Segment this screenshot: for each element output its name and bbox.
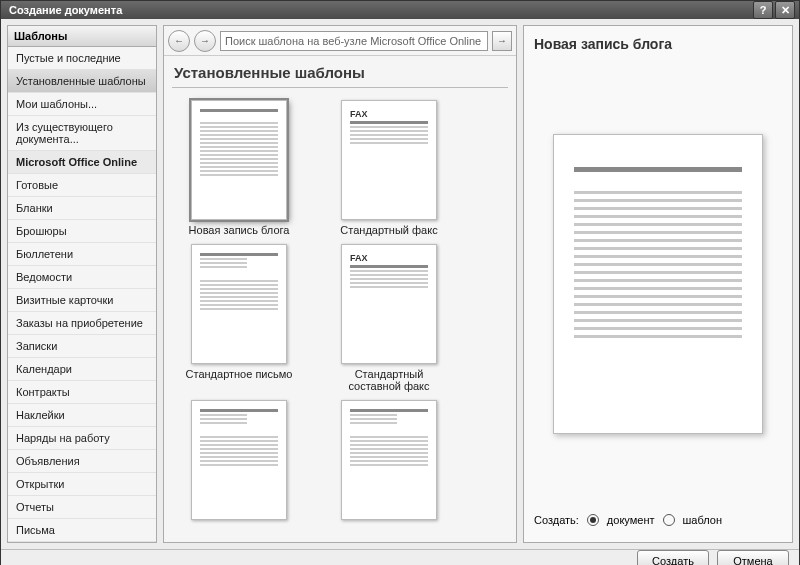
sidebar-item[interactable]: Пустые и последние	[8, 47, 156, 70]
create-label: Создать:	[534, 514, 579, 526]
forward-button[interactable]: →	[194, 30, 216, 52]
sidebar-item[interactable]: Установленные шаблоны	[8, 70, 156, 93]
content-area: Шаблоны Пустые и последниеУстановленные …	[1, 19, 799, 549]
template-label: Стандартный составной факс	[329, 368, 449, 392]
sidebar-item[interactable]: Бюллетени	[8, 243, 156, 266]
preview-panel: Новая запись блога Создать: документ шаб…	[523, 25, 793, 543]
template-item[interactable]: Стандартное письмо	[174, 244, 304, 392]
sidebar-item[interactable]: Контракты	[8, 381, 156, 404]
radio-document[interactable]	[587, 514, 599, 526]
template-item[interactable]	[174, 400, 304, 524]
template-item[interactable]	[324, 400, 454, 524]
dialog-window: Создание документа ? ✕ Шаблоны Пустые и …	[0, 0, 800, 565]
template-label: Новая запись блога	[189, 224, 290, 236]
preview-page	[553, 134, 763, 434]
template-item[interactable]: FAXСтандартный факс	[324, 100, 454, 236]
titlebar: Создание документа ? ✕	[1, 1, 799, 19]
template-thumbnail[interactable]	[191, 400, 287, 520]
preview-page-wrap	[534, 60, 782, 508]
sidebar-item[interactable]: Открытки	[8, 473, 156, 496]
footer: Создать Отмена	[1, 549, 799, 565]
sidebar-item[interactable]: Брошюры	[8, 220, 156, 243]
radio-template-label: шаблон	[683, 514, 722, 526]
sidebar-item[interactable]: Готовые	[8, 174, 156, 197]
create-radio-row: Создать: документ шаблон	[534, 508, 782, 532]
center-panel: ← → Поиск шаблона на веб-узле Microsoft …	[163, 25, 517, 543]
sidebar-item[interactable]: Визитные карточки	[8, 289, 156, 312]
create-button[interactable]: Создать	[637, 550, 709, 565]
back-button[interactable]: ←	[168, 30, 190, 52]
sidebar-item[interactable]: Отчеты	[8, 496, 156, 519]
template-label: Стандартное письмо	[186, 368, 293, 380]
template-thumbnail[interactable]	[191, 100, 287, 220]
template-thumbnail[interactable]	[191, 244, 287, 364]
navbar: ← → Поиск шаблона на веб-узле Microsoft …	[164, 26, 516, 56]
help-button[interactable]: ?	[753, 1, 773, 19]
sidebar-item[interactable]: Мои шаблоны...	[8, 93, 156, 116]
template-thumbnail[interactable]	[341, 400, 437, 520]
template-grid[interactable]: Новая запись блогаFAXСтандартный факсСта…	[164, 94, 516, 542]
sidebar-item[interactable]: Из существующего документа...	[8, 116, 156, 151]
close-button[interactable]: ✕	[775, 1, 795, 19]
sidebar-item[interactable]: Наряды на работу	[8, 427, 156, 450]
sidebar-item[interactable]: Заказы на приобретение	[8, 312, 156, 335]
radio-document-label: документ	[607, 514, 655, 526]
preview-title: Новая запись блога	[534, 36, 782, 52]
sidebar: Шаблоны Пустые и последниеУстановленные …	[7, 25, 157, 543]
template-label: Стандартный факс	[340, 224, 437, 236]
sidebar-item[interactable]: Microsoft Office Online	[8, 151, 156, 174]
search-input[interactable]: Поиск шаблона на веб-узле Microsoft Offi…	[220, 31, 488, 51]
template-item[interactable]: FAXСтандартный составной факс	[324, 244, 454, 392]
search-go-button[interactable]: →	[492, 31, 512, 51]
sidebar-item[interactable]: Ведомости	[8, 266, 156, 289]
sidebar-item[interactable]: Записки	[8, 335, 156, 358]
sidebar-item[interactable]: Наклейки	[8, 404, 156, 427]
sidebar-item[interactable]: Календари	[8, 358, 156, 381]
sidebar-header: Шаблоны	[8, 26, 156, 47]
sidebar-item[interactable]: Объявления	[8, 450, 156, 473]
sidebar-item[interactable]: Письма	[8, 519, 156, 542]
divider	[172, 87, 508, 88]
template-thumbnail[interactable]: FAX	[341, 244, 437, 364]
sidebar-list[interactable]: Пустые и последниеУстановленные шаблоныМ…	[8, 47, 156, 542]
radio-template[interactable]	[663, 514, 675, 526]
template-thumbnail[interactable]: FAX	[341, 100, 437, 220]
cancel-button[interactable]: Отмена	[717, 550, 789, 565]
template-item[interactable]: Новая запись блога	[174, 100, 304, 236]
section-title: Установленные шаблоны	[164, 56, 516, 87]
window-title: Создание документа	[5, 4, 751, 16]
sidebar-item[interactable]: Бланки	[8, 197, 156, 220]
